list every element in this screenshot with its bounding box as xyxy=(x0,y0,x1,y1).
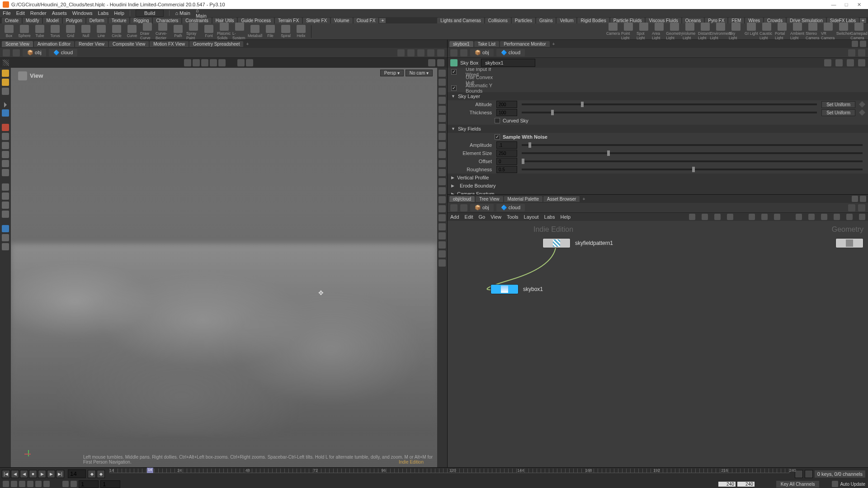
tool-icon[interactable] xyxy=(2,133,9,140)
shelf-tab[interactable]: Modify xyxy=(23,18,42,23)
camera-button[interactable]: No cam ▾ xyxy=(406,70,433,76)
shelf-tool[interactable]: Ambient Light xyxy=(790,23,805,40)
shelf-tool[interactable]: Geometry Light xyxy=(667,23,682,40)
net-icon[interactable] xyxy=(749,214,755,220)
tool-icon[interactable] xyxy=(2,243,9,250)
close-icon[interactable]: ✕ xyxy=(853,2,865,8)
breadcrumb[interactable]: 🔷 cloud xyxy=(49,49,77,56)
slider[interactable] xyxy=(522,144,863,146)
tool-icon[interactable] xyxy=(2,169,9,176)
parm-group[interactable]: ▶Vertical Profile xyxy=(448,174,868,182)
shelf-tool[interactable]: File xyxy=(263,25,278,38)
pane-tab[interactable]: Render View xyxy=(75,41,108,47)
menu-help[interactable]: Help xyxy=(114,10,124,16)
display-icon[interactable] xyxy=(439,232,446,239)
desktop-selector[interactable]: Build xyxy=(136,9,164,17)
netmenu-item[interactable]: Tools xyxy=(507,214,519,220)
offset-input[interactable] xyxy=(496,158,517,165)
shelf-tab[interactable]: Grains xyxy=(536,18,556,23)
viewtool-icon[interactable] xyxy=(201,59,208,66)
net-icon[interactable] xyxy=(761,214,768,220)
display-icon[interactable] xyxy=(439,106,446,113)
path-icon[interactable] xyxy=(407,49,415,56)
next-frame-button[interactable]: ▶ xyxy=(47,470,55,478)
shelf-tool[interactable]: Grid xyxy=(63,25,78,38)
set-uniform-button[interactable]: Set Uniform xyxy=(821,101,855,108)
fwd-icon[interactable] xyxy=(13,49,20,56)
shelf-tool[interactable]: Stereo Camera xyxy=(806,23,820,40)
shelf-tool[interactable]: Metaball xyxy=(248,25,262,38)
shelf-tab[interactable]: Create xyxy=(2,18,22,23)
pane-icon[interactable] xyxy=(852,41,858,47)
pane-icon[interactable] xyxy=(858,204,865,211)
first-frame-button[interactable]: |◀ xyxy=(2,470,10,478)
last-frame-button[interactable]: ▶| xyxy=(56,470,64,478)
minimize-icon[interactable]: — xyxy=(827,2,840,7)
parm-group[interactable]: ▶Camera Frustum xyxy=(448,190,868,194)
tool-icon[interactable] xyxy=(2,225,9,232)
netmenu-item[interactable]: Labs xyxy=(544,214,555,220)
prev-frame-button[interactable]: ◀ xyxy=(11,470,19,478)
shelf-tool[interactable]: L-System xyxy=(232,23,247,40)
status-icon[interactable] xyxy=(3,481,9,487)
playhead[interactable]: 14 xyxy=(147,468,153,473)
menu-windows[interactable]: Windows xyxy=(72,10,93,16)
key-all-button[interactable]: Key All Channels xyxy=(776,481,820,488)
checkbox[interactable] xyxy=(495,134,500,140)
status-icon[interactable] xyxy=(71,481,77,487)
viewtool-icon[interactable] xyxy=(184,59,191,66)
shelf-tool[interactable]: Torus xyxy=(48,25,62,38)
shelf-tab[interactable]: Model xyxy=(43,18,61,23)
display-icon[interactable] xyxy=(439,160,446,167)
shelf-tool[interactable]: Environment Light xyxy=(713,23,728,40)
pin-icon[interactable] xyxy=(848,204,855,211)
select-icon[interactable] xyxy=(3,102,8,108)
gear-icon[interactable] xyxy=(824,59,831,66)
net-icon[interactable] xyxy=(796,214,802,220)
persp-button[interactable]: Persp ▾ xyxy=(380,70,404,76)
viewtool-icon[interactable] xyxy=(218,59,226,66)
node-geometry[interactable] xyxy=(835,238,863,248)
help-icon[interactable] xyxy=(437,59,444,66)
pane-tab[interactable]: Take List xyxy=(474,41,499,47)
shelf-tab[interactable]: Simple FX xyxy=(303,18,330,23)
node-name-input[interactable]: skybox1 xyxy=(481,59,535,67)
netmenu-item[interactable]: Go xyxy=(479,214,486,220)
tool-icon[interactable] xyxy=(2,202,9,209)
slider[interactable] xyxy=(522,152,863,154)
display-icon[interactable] xyxy=(439,187,446,194)
shelf-tool[interactable]: Point Light xyxy=(621,23,636,40)
shelf-tool[interactable]: VR Camera xyxy=(821,23,835,40)
display-icon[interactable] xyxy=(439,88,446,95)
shelf-tool[interactable]: Draw Curve xyxy=(140,23,155,40)
pane-tab[interactable]: Motion FX View xyxy=(150,41,189,47)
status-icon[interactable] xyxy=(35,481,42,487)
elem-input[interactable] xyxy=(496,150,517,157)
tool-icon[interactable] xyxy=(2,160,9,167)
shelf-tool[interactable]: Curve xyxy=(125,25,139,38)
checkbox[interactable] xyxy=(451,85,457,91)
timeline-icon[interactable] xyxy=(805,470,813,478)
pin-icon[interactable] xyxy=(848,49,855,56)
shelf-tool[interactable]: Line xyxy=(94,25,108,38)
shelf-tab[interactable]: Vellum xyxy=(557,18,576,23)
slider[interactable] xyxy=(522,103,817,105)
info-icon[interactable] xyxy=(858,59,865,66)
pane-tab[interactable]: Scene View xyxy=(2,41,33,47)
key-icon[interactable]: ◆ xyxy=(97,470,105,478)
net-icon[interactable] xyxy=(714,214,721,220)
view-icon[interactable] xyxy=(2,79,9,86)
netmenu-item[interactable]: Help xyxy=(560,214,571,220)
pane-icon[interactable] xyxy=(860,41,866,47)
shelf-tool[interactable]: Spiral xyxy=(278,25,293,38)
shelf-tool[interactable]: Box xyxy=(2,25,16,38)
display-icon[interactable] xyxy=(439,97,446,104)
path-icon[interactable] xyxy=(427,49,434,56)
net-icon[interactable] xyxy=(821,214,827,220)
net-icon[interactable] xyxy=(702,214,708,220)
shelf-tool[interactable]: Spray Paint xyxy=(186,23,201,40)
shelf-tool[interactable]: Null xyxy=(79,25,93,38)
viewtool-icon[interactable] xyxy=(428,59,435,66)
viewport[interactable]: View Persp ▾ No cam ▾ ✥ Left mouse tumbl… xyxy=(11,68,437,467)
back-icon[interactable] xyxy=(450,49,458,56)
